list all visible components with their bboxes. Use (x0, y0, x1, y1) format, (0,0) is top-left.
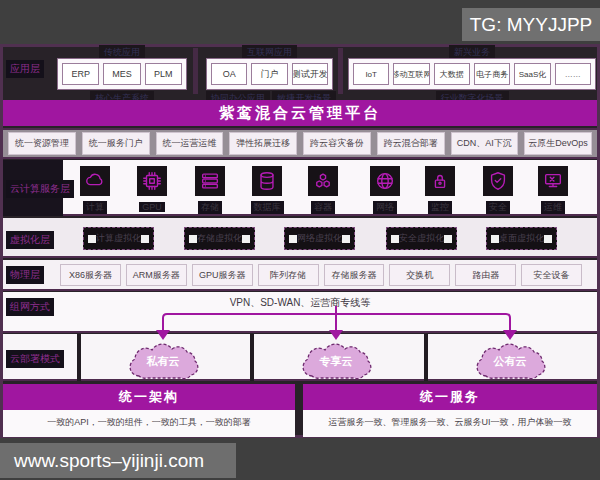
feature-box: 统一服务门户 (82, 132, 150, 155)
service-label: 安全 (486, 201, 510, 214)
unified-architecture-panel: 统一架构 一致的API，一致的组件，一致的工具，一致的部署 (3, 384, 295, 437)
virtualization-box: 网络虚拟化 (284, 227, 355, 250)
deployment-separator (77, 334, 81, 381)
platform-banner-title: 紫鸾混合云管理平台 (3, 100, 597, 126)
feature-box: 跨云容灾备份 (303, 132, 371, 155)
service-database: 数据库 (243, 166, 291, 214)
feature-box: 云原生DevOps (524, 132, 592, 155)
feature-box: 弹性拓展迁移 (229, 132, 297, 155)
hardware-box: X86服务器 (60, 264, 121, 286)
hardware-box: 安全设备 (521, 264, 582, 286)
hardware-box: 路由器 (455, 264, 516, 286)
hardware-box: GPU服务器 (192, 264, 253, 286)
box-mark (289, 235, 297, 243)
box-mark (391, 235, 399, 243)
lock-icon (425, 166, 455, 196)
box-mark (491, 235, 499, 243)
deployment-separator (250, 334, 254, 381)
app-group3-panel: IoT 移动互联网 大数据 电子商务 SaaS化 …… (348, 58, 596, 90)
cloud-label: 公有云 (464, 354, 556, 369)
app-box: MES (103, 63, 140, 85)
globe-icon (370, 166, 400, 196)
app-box: 移动互联网 (393, 63, 429, 85)
app-box: SaaS化 (514, 63, 550, 85)
box-mark (189, 235, 197, 243)
service-monitor: 监控 (416, 166, 464, 214)
service-label: GPU (139, 202, 165, 212)
service-compute: 计算 (71, 166, 119, 214)
app-group2-panel: OA 门户 测试开发 (206, 58, 333, 90)
app-group2-title: 互联网应用 (206, 45, 333, 57)
virtualization-box: 存储虚拟化 (184, 227, 255, 250)
hardware-box: ARM服务器 (126, 264, 187, 286)
box-mark (342, 235, 350, 243)
cloud-icon (80, 166, 110, 196)
app-group3-title: 新兴业务 (348, 45, 596, 57)
telegram-badge: TG: MYYJJPP (462, 8, 600, 41)
service-security: 安全 (474, 166, 522, 214)
layer-label-hardware: 物理层 (6, 266, 44, 284)
virtualization-box: 桌面虚拟化 (486, 227, 557, 250)
dedicated-cloud: 专享云 (290, 338, 382, 388)
feature-box: 统一资源管理 (8, 132, 76, 155)
feature-box: 跨云混合部署 (377, 132, 445, 155)
service-label: 运维 (541, 201, 565, 214)
service-label: 容器 (311, 201, 335, 214)
panel-title: 统一架构 (3, 384, 295, 410)
app-box: IoT (353, 63, 389, 85)
hardware-row: X86服务器 ARM服务器 GPU服务器 阵列存储 存储服务器 交换机 路由器 … (60, 264, 582, 286)
deployment-separator (424, 334, 428, 381)
service-container: 容器 (299, 166, 347, 214)
hardware-box: 阵列存储 (258, 264, 319, 286)
app-box: 测试开发 (292, 63, 328, 85)
layer-label-deployment: 云部署模式 (6, 350, 64, 368)
network-text: VPN、SD-WAN、运营商专线等 (0, 296, 600, 310)
cloud-label: 专享云 (290, 354, 382, 369)
monitor-icon (538, 166, 568, 196)
server-stack-icon (195, 166, 225, 196)
virtualization-box: 计算虚拟化 (83, 227, 154, 250)
hardware-box: 存储服务器 (324, 264, 385, 286)
virtualization-box: 安全虚拟化 (386, 227, 457, 250)
service-label: 数据库 (251, 201, 284, 214)
panel-description: 一致的API，一致的组件，一致的工具，一致的部署 (3, 410, 295, 437)
public-cloud: 公有云 (464, 338, 556, 388)
app-separator (193, 48, 198, 94)
features-row: 统一资源管理 统一服务门户 统一运营运维 弹性拓展迁移 跨云容灾备份 跨云混合部… (8, 132, 592, 155)
app-box: ERP (62, 63, 99, 85)
service-gpu: GPU (128, 166, 176, 214)
hexagons-icon (308, 166, 338, 196)
layer-label-application: 应用层 (6, 60, 44, 78)
layer-label-services: 云计算服务层 (6, 180, 74, 198)
box-mark (88, 235, 96, 243)
private-cloud: 私有云 (117, 338, 209, 388)
service-label: 监控 (428, 201, 452, 214)
feature-box: 统一运营运维 (156, 132, 224, 155)
service-label: 存储 (198, 201, 222, 214)
cloud-label: 私有云 (117, 354, 209, 369)
panel-title: 统一服务 (303, 384, 597, 410)
box-mark (444, 235, 452, 243)
chip-icon (137, 166, 167, 196)
layer-label-virtualization: 虚拟化层 (6, 231, 54, 249)
box-mark (242, 235, 250, 243)
service-label: 计算 (83, 201, 107, 214)
hardware-box: 交换机 (389, 264, 450, 286)
box-mark (141, 235, 149, 243)
service-storage: 存储 (186, 166, 234, 214)
database-icon (252, 166, 282, 196)
url-watermark: www.sports–yijinji.com (0, 443, 236, 478)
box-mark (544, 235, 552, 243)
app-group1-title: 传统应用 (57, 45, 187, 57)
app-box: 大数据 (434, 63, 470, 85)
panel-description: 运营服务一致、管理服务一致、云服务UI一致，用户体验一致 (303, 410, 597, 437)
app-group1-panel: ERP MES PLM (57, 58, 187, 90)
app-box: OA (211, 63, 247, 85)
shield-icon (483, 166, 513, 196)
unified-service-panel: 统一服务 运营服务一致、管理服务一致、云服务UI一致，用户体验一致 (303, 384, 597, 437)
app-box: 电子商务 (474, 63, 510, 85)
app-box: PLM (145, 63, 182, 85)
service-ops: 运维 (529, 166, 577, 214)
service-label: 网络 (373, 201, 397, 214)
app-separator (338, 48, 343, 94)
